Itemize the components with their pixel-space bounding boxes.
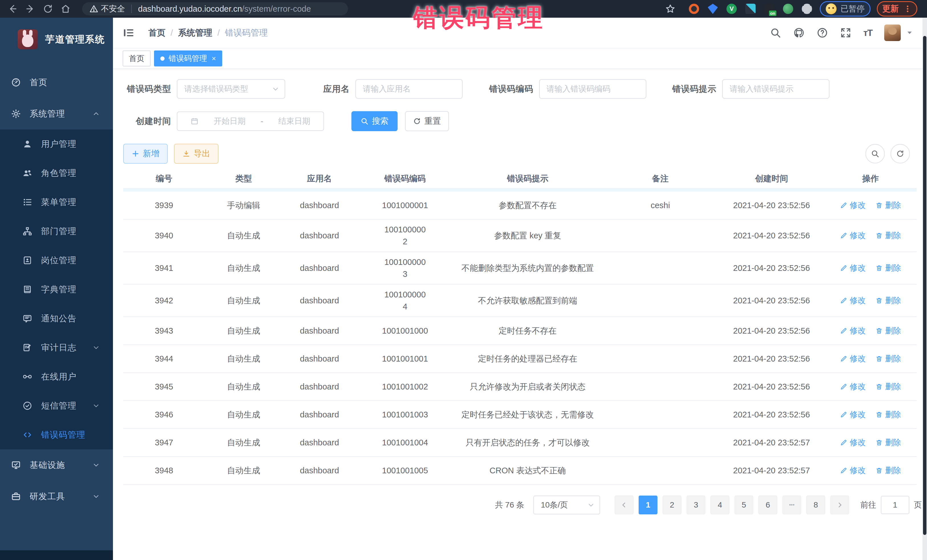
export-button[interactable]: 导出 <box>174 144 219 164</box>
page-button-3[interactable]: 3 <box>687 496 705 514</box>
prev-page-button[interactable] <box>615 496 634 514</box>
error-code-input[interactable] <box>539 84 646 94</box>
github-icon[interactable] <box>793 27 805 38</box>
delete-link[interactable]: 删除 <box>875 381 901 393</box>
page-button-5[interactable]: 5 <box>734 496 753 514</box>
refresh-table-button[interactable] <box>891 144 910 163</box>
edit-link[interactable]: 修改 <box>840 230 866 241</box>
search-icon[interactable] <box>770 27 781 38</box>
table-row-3940[interactable]: 3940自动生成dashboard100100000 2参数配置 key 重复2… <box>123 220 917 252</box>
sidebar-item-11[interactable]: 短信管理 <box>0 391 113 420</box>
more-pages-icon[interactable]: ••• <box>783 496 801 514</box>
gem-extension-icon[interactable] <box>707 3 719 15</box>
hamburger-icon[interactable] <box>123 27 135 39</box>
page-button-8[interactable]: 8 <box>806 496 825 514</box>
breadcrumb-item-0[interactable]: 首页 <box>148 27 166 39</box>
table-row-3948[interactable]: 3948自动生成dashboard1001001005CRON 表达式不正确20… <box>123 457 917 485</box>
user-avatar[interactable] <box>884 24 901 41</box>
sidebar-item-0[interactable]: 首页 <box>0 67 113 98</box>
delete-link[interactable]: 删除 <box>875 262 901 274</box>
delete-link[interactable]: 删除 <box>875 200 901 211</box>
forward-icon[interactable] <box>25 4 35 14</box>
app-name-input[interactable] <box>356 84 462 94</box>
edit-link[interactable]: 修改 <box>840 409 866 420</box>
error-msg-input[interactable] <box>723 84 829 94</box>
edit-link[interactable]: 修改 <box>840 325 866 337</box>
delete-link[interactable]: 删除 <box>875 325 901 337</box>
avatar-caret-down-icon[interactable] <box>906 29 913 36</box>
edit-link[interactable]: 修改 <box>840 200 866 211</box>
sidebar-item-6[interactable]: 岗位管理 <box>0 246 113 275</box>
close-icon[interactable]: × <box>212 54 216 63</box>
edit-link[interactable]: 修改 <box>840 353 866 365</box>
profile-paused-badge[interactable]: 已暂停 <box>820 1 871 17</box>
sidebar-item-4[interactable]: 菜单管理 <box>0 188 113 217</box>
error-type-select-input[interactable] <box>178 84 272 94</box>
table-row-3944[interactable]: 3944自动生成dashboard1001001001定时任务的处理器已经存在2… <box>123 345 917 373</box>
key-extension-icon[interactable] <box>782 3 794 15</box>
sidebar-item-5[interactable]: 部门管理 <box>0 217 113 246</box>
delete-link[interactable]: 删除 <box>875 437 901 449</box>
edit-link[interactable]: 修改 <box>840 295 866 307</box>
page-button-6[interactable]: 6 <box>758 496 777 514</box>
puzzle-extensions-icon[interactable] <box>801 3 813 15</box>
bookmark-star-icon[interactable] <box>665 4 675 14</box>
sidebar-item-10[interactable]: 在线用户 <box>0 362 113 391</box>
table-row-3943[interactable]: 3943自动生成dashboard1001001000定时任务不存在2021-0… <box>123 317 917 345</box>
next-page-button[interactable] <box>830 496 849 514</box>
table-row-3939[interactable]: 3939手动编辑dashboard1001000001参数配置不存在ceshi2… <box>123 191 917 220</box>
table-row-3946[interactable]: 3946自动生成dashboard1001001003定时任务已经处于该状态，无… <box>123 401 917 429</box>
goto-page-input[interactable] <box>881 496 909 514</box>
toggle-search-button[interactable] <box>865 144 885 163</box>
sidebar-item-9[interactable]: 审计日志 <box>0 333 113 362</box>
delete-link[interactable]: 删除 <box>875 409 901 420</box>
green-v-extension-icon[interactable]: V <box>726 3 738 15</box>
font-size-icon[interactable]: ᴛT <box>863 28 872 38</box>
delete-link[interactable]: 删除 <box>875 353 901 365</box>
sidebar-item-3[interactable]: 角色管理 <box>0 159 113 188</box>
sidebar-item-2[interactable]: 用户管理 <box>0 129 113 159</box>
sidebar-item-14[interactable]: 研发工具 <box>0 481 113 512</box>
help-icon[interactable] <box>817 27 828 38</box>
edit-link[interactable]: 修改 <box>840 465 866 477</box>
address-bar[interactable]: 不安全 dashboard.yudao.iocoder.cn/system/er… <box>82 2 348 15</box>
error-msg-input-box[interactable] <box>722 79 830 99</box>
sidebar-item-13[interactable]: 基础设施 <box>0 449 113 481</box>
tab-0[interactable]: 首页 <box>123 50 150 67</box>
home-icon[interactable] <box>61 4 71 14</box>
edit-link[interactable]: 修改 <box>840 381 866 393</box>
reset-button[interactable]: 重置 <box>405 111 449 131</box>
edit-link[interactable]: 修改 <box>840 437 866 449</box>
page-button-2[interactable]: 2 <box>663 496 681 514</box>
app-logo-row[interactable]: 芋道管理系统 <box>0 18 113 56</box>
page-size-select[interactable]: 10条/页 <box>533 496 600 514</box>
sidebar-item-8[interactable]: 通知公告 <box>0 304 113 333</box>
page-button-1[interactable]: 1 <box>639 496 658 514</box>
delete-link[interactable]: 删除 <box>875 295 901 307</box>
reload-icon[interactable] <box>43 4 53 14</box>
page-scrollbar[interactable] <box>922 18 927 560</box>
back-icon[interactable] <box>8 4 18 14</box>
table-row-3941[interactable]: 3941自动生成dashboard100100000 3不能删除类型为系统内置的… <box>123 252 917 285</box>
scrollbar-thumb[interactable] <box>923 36 926 535</box>
sidebar-item-7[interactable]: 字典管理 <box>0 275 113 304</box>
app-name-input-box[interactable] <box>356 79 463 99</box>
browser-update-button[interactable]: 更新 <box>877 1 917 17</box>
fullscreen-icon[interactable] <box>840 27 851 38</box>
sidebar-item-1[interactable]: 系统管理 <box>0 98 113 129</box>
tampermonkey-extension-icon[interactable]: on <box>763 3 775 15</box>
grid-extension-icon[interactable] <box>745 3 757 15</box>
table-row-3945[interactable]: 3945自动生成dashboard1001001002只允许修改为开启或者关闭状… <box>123 373 917 401</box>
browser-menu-icon[interactable] <box>903 5 912 13</box>
delete-link[interactable]: 删除 <box>875 465 901 477</box>
breadcrumb-item-1[interactable]: 系统管理 <box>178 27 212 39</box>
error-type-select[interactable] <box>177 79 285 99</box>
tab-1[interactable]: 错误码管理× <box>154 50 222 67</box>
error-code-input-box[interactable] <box>539 79 646 99</box>
delete-link[interactable]: 删除 <box>875 230 901 241</box>
search-button[interactable]: 搜索 <box>351 111 398 131</box>
table-row-3942[interactable]: 3942自动生成dashboard100100000 4不允许获取敏感配置到前端… <box>123 285 917 317</box>
sidebar-item-12[interactable]: 错误码管理 <box>0 420 113 449</box>
add-button[interactable]: 新增 <box>123 144 168 164</box>
date-range-picker[interactable]: 开始日期 - 结束日期 <box>177 111 324 131</box>
